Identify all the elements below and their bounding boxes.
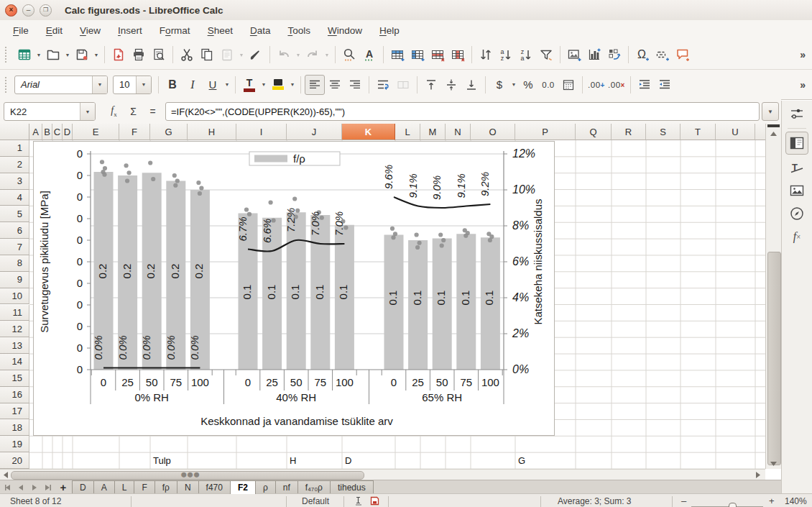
row-header-20[interactable]: 20 [0, 452, 29, 469]
column-header-V[interactable]: V [755, 124, 765, 140]
insert-pivot-table-button[interactable] [604, 45, 624, 65]
row-header-4[interactable]: 4 [0, 190, 29, 206]
column-header-G[interactable]: G [150, 124, 188, 140]
scroll-left-icon[interactable] [1, 470, 10, 479]
sort-descending-button[interactable]: za [516, 45, 536, 65]
sheet-tab-nf[interactable]: nf [275, 480, 298, 494]
column-header-Q[interactable]: Q [576, 124, 612, 140]
insert-special-character-button[interactable]: Ω [632, 45, 652, 65]
function-wizard-icon[interactable]: fx [104, 105, 124, 118]
align-top-button[interactable] [421, 75, 441, 95]
currency-button[interactable]: $ [489, 75, 509, 95]
equals-icon[interactable]: = [143, 106, 162, 117]
insert-mode-icon[interactable] [354, 494, 364, 507]
add-decimal-button[interactable]: .00+ [586, 75, 606, 95]
export-pdf-button[interactable] [109, 45, 129, 65]
vertical-scrollbar[interactable] [765, 124, 781, 469]
sheet-tab-A[interactable]: A [93, 480, 115, 494]
insert-chart-button[interactable] [584, 45, 604, 65]
vertical-scroll-thumb[interactable] [767, 252, 781, 465]
open-dropdown-icon[interactable]: ▼ [63, 45, 72, 65]
save-button[interactable] [72, 45, 92, 65]
sheet-tab-f470[interactable]: f470 [198, 480, 231, 494]
sum-icon[interactable]: Σ [124, 106, 143, 117]
row-header-7[interactable]: 7 [0, 239, 29, 255]
row-header-9[interactable]: 9 [0, 272, 29, 288]
zoom-out-button[interactable]: – [681, 494, 686, 507]
column-header-M[interactable]: M [420, 124, 446, 140]
embedded-chart[interactable]: 0.20.20.20.20.20.0%0.0%0.0%0.0%0.0%02550… [33, 141, 555, 436]
standard-toolbar-grip[interactable] [5, 47, 11, 63]
next-sheet-icon[interactable] [27, 480, 41, 494]
center-vertically-button[interactable] [441, 75, 461, 95]
font-color-dropdown-icon[interactable]: ▼ [259, 75, 268, 95]
sidebar-navigator-icon[interactable] [786, 204, 808, 224]
increase-indent-button[interactable] [655, 75, 675, 95]
row-header-12[interactable]: 12 [0, 321, 29, 337]
column-header-B[interactable]: B [42, 124, 52, 140]
toolbar-overflow-button[interactable]: » [800, 79, 806, 91]
first-sheet-icon[interactable] [0, 480, 14, 494]
previous-sheet-icon[interactable] [14, 480, 27, 494]
insert-column-button[interactable] [407, 45, 428, 65]
column-header-I[interactable]: I [236, 124, 287, 140]
sheet-tab-tihedus[interactable]: tihedus [330, 480, 374, 494]
insert-image-button[interactable] [564, 45, 584, 65]
font-size-combo[interactable]: 10▼ [113, 76, 152, 94]
date-button[interactable] [558, 75, 578, 95]
formula-bar-expand-icon[interactable]: ▼ [762, 102, 779, 121]
sheet-tab-fρ[interactable]: fρ [154, 480, 177, 494]
column-header-O[interactable]: O [471, 124, 515, 140]
sheet-tab-F2[interactable]: F2 [230, 480, 256, 494]
column-header-T[interactable]: T [680, 124, 716, 140]
find-and-replace-button[interactable] [339, 45, 359, 65]
column-header-L[interactable]: L [395, 124, 420, 140]
row-header-2[interactable]: 2 [0, 157, 29, 173]
delete-row-button[interactable] [428, 45, 448, 65]
menu-window[interactable]: Window [319, 22, 371, 40]
maximize-window-icon[interactable]: ❒ [40, 4, 52, 17]
document-modified-icon[interactable] [370, 494, 379, 507]
select-all-corner[interactable] [0, 124, 29, 140]
scroll-up-icon[interactable] [767, 128, 780, 139]
column-header-N[interactable]: N [446, 124, 471, 140]
row-header-11[interactable]: 11 [0, 305, 29, 321]
cell-P20[interactable]: G [518, 452, 525, 469]
last-sheet-icon[interactable] [41, 480, 55, 494]
align-bottom-button[interactable] [461, 75, 481, 95]
row-header-5[interactable]: 5 [0, 206, 29, 222]
selection-summary[interactable]: Average: 3; Sum: 3 [558, 494, 632, 507]
row-header-6[interactable]: 6 [0, 222, 29, 239]
sidebar-gallery-icon[interactable] [786, 181, 808, 201]
align-right-button[interactable] [345, 75, 365, 95]
number-button[interactable]: 0.0 [538, 75, 558, 95]
insert-hyperlink-button[interactable] [652, 45, 673, 65]
menu-data[interactable]: Data [241, 22, 280, 40]
font-color-button[interactable]: T [239, 75, 259, 95]
menu-view[interactable]: View [71, 22, 109, 40]
row-header-19[interactable]: 19 [0, 436, 29, 452]
clone-formatting-button[interactable] [246, 45, 266, 65]
column-header-R[interactable]: R [612, 124, 646, 140]
highlighting-color-dropdown-icon[interactable]: ▼ [288, 75, 297, 95]
row-header-14[interactable]: 14 [0, 354, 29, 370]
insert-row-button[interactable] [387, 45, 407, 65]
page-style-status[interactable]: Default [302, 494, 329, 507]
column-header-P[interactable]: P [515, 124, 576, 140]
row-header-17[interactable]: 17 [0, 403, 29, 420]
spelling-button[interactable]: A [359, 45, 379, 65]
row-header-1[interactable]: 1 [0, 140, 29, 157]
decrease-indent-button[interactable] [635, 75, 655, 95]
highlighting-color-button[interactable] [268, 75, 288, 95]
zoom-level[interactable]: 140% [785, 494, 807, 507]
sort-ascending-button[interactable]: az [496, 45, 516, 65]
menu-tools[interactable]: Tools [279, 22, 319, 40]
close-window-icon[interactable]: × [5, 4, 17, 17]
scroll-down-icon[interactable] [767, 458, 780, 469]
row-header-16[interactable]: 16 [0, 387, 29, 403]
column-header-F[interactable]: F [119, 124, 150, 140]
column-header-U[interactable]: U [716, 124, 755, 140]
menu-help[interactable]: Help [371, 22, 408, 40]
percent-button[interactable]: % [518, 75, 538, 95]
sidebar-styles-icon[interactable]: T [786, 157, 808, 178]
